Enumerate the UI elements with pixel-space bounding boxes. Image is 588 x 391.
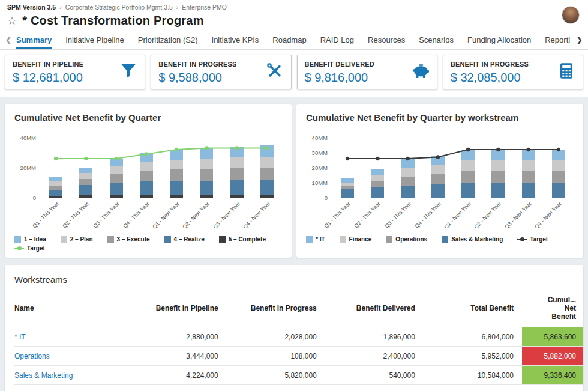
bar[interactable] <box>552 150 565 198</box>
legend-swatch-icon <box>306 236 313 243</box>
bar[interactable] <box>49 177 62 198</box>
bar-segment <box>140 153 153 162</box>
tab-scroll-right-icon[interactable]: ❯ <box>572 36 583 44</box>
y-tick-label: 20MM <box>312 165 328 171</box>
bar[interactable] <box>461 150 475 198</box>
y-tick-label: 0 <box>33 195 36 201</box>
kpi-card: BENEFIT IN PIPELINE$ 12,681,000 <box>5 55 145 89</box>
legend-label: Target <box>530 236 548 243</box>
legend-swatch-icon <box>442 236 448 243</box>
bar[interactable] <box>341 178 354 198</box>
breadcrumb-item[interactable]: Enterprise PMO <box>182 4 227 11</box>
workstream-link[interactable]: Sales & Marketing <box>14 366 128 385</box>
workstream-link[interactable]: * IT <box>14 327 128 347</box>
bar[interactable] <box>371 169 384 198</box>
bar-segment <box>522 150 535 160</box>
bar[interactable] <box>230 147 244 198</box>
tab-scroll-left-icon[interactable]: ❮ <box>5 36 12 44</box>
column-header: Benefit in Pipeline <box>128 292 227 327</box>
cell-value: 6,804,000 <box>424 327 522 347</box>
bar-segment <box>401 168 415 177</box>
legend-item: 3 – Execute <box>107 236 150 243</box>
workstreams-table: NameBenefit in PipelineBenefit in Progre… <box>14 292 583 385</box>
y-tick-label: 30MM <box>312 150 328 156</box>
target-line-icon <box>517 239 527 240</box>
tab-initiative-pipeline[interactable]: Initiative Pipeline <box>65 32 125 49</box>
tab-roadmap[interactable]: Roadmap <box>272 32 307 49</box>
favorite-star-icon[interactable]: ☆ <box>7 16 17 26</box>
bar[interactable] <box>140 153 153 198</box>
y-tick-label: 20MM <box>20 165 36 171</box>
cell-value: 3,444,000 <box>128 347 227 366</box>
bar[interactable] <box>401 159 415 198</box>
x-axis: Q1 - This YearQ2 - This YearQ3 - This Ye… <box>41 198 282 232</box>
y-tick-label: 40MM <box>312 135 328 141</box>
cell-value: 10,584,000 <box>424 366 522 385</box>
workstream-link[interactable]: Operations <box>14 347 128 366</box>
piggy-bank-icon <box>412 62 430 80</box>
tab-summary[interactable]: Summary <box>16 32 52 49</box>
page-title: * Cost Transformation Program <box>22 14 204 28</box>
bar-segment <box>260 157 274 168</box>
tab-resources[interactable]: Resources <box>367 32 406 49</box>
bar-segment <box>461 150 475 160</box>
kpi-card: BENEFIT IN PROGRESS$ 9,588,000 <box>151 55 291 89</box>
bar-segment <box>401 186 415 198</box>
filter-icon <box>119 62 137 80</box>
breadcrumb-item[interactable]: SPM Version 3.5 <box>7 4 56 11</box>
user-avatar[interactable] <box>562 6 580 24</box>
y-tick-label: 10MM <box>312 180 328 186</box>
bar-segment <box>371 175 384 181</box>
bar-segment <box>491 160 505 171</box>
breadcrumb: SPM Version 3.5›Corporate Strategic Port… <box>0 0 588 11</box>
bar[interactable] <box>79 168 92 198</box>
legend-label: Finance <box>349 236 372 243</box>
kpi-label: BENEFIT IN PIPELINE <box>13 61 137 68</box>
bar[interactable] <box>200 148 213 198</box>
breadcrumb-item[interactable]: Corporate Strategic Portfolio Mgmt 3.5 <box>65 4 173 11</box>
bar-segment <box>491 171 505 183</box>
legend-label: Sales & Marketing <box>451 236 503 243</box>
legend-swatch-icon <box>14 236 21 243</box>
legend-item-target: Target <box>517 236 548 243</box>
bar-segment <box>170 181 183 195</box>
bar[interactable] <box>110 159 123 198</box>
table-row: Operations3,444,000108,0002,400,0005,952… <box>14 347 583 366</box>
y-tick-label: 40MM <box>20 135 36 141</box>
bar-segment <box>260 145 274 157</box>
bar-segment <box>230 168 244 180</box>
tab-scenarios[interactable]: Scenarios <box>418 32 454 49</box>
tab-initiative-kpis[interactable]: Initiative KPIs <box>211 32 260 49</box>
kpi-label: BENEFIT DELIVERED <box>305 61 430 68</box>
tab-funding-allocation[interactable]: Funding Allocation <box>467 32 532 49</box>
tab-bar-items: SummaryInitiative PipelinePrioritization… <box>16 32 572 49</box>
legend-swatch-icon <box>386 236 392 243</box>
tab-prioritization-s2[interactable]: Prioritization (S2) <box>137 32 199 49</box>
legend-swatch-icon <box>219 236 226 243</box>
plot-area <box>332 138 574 198</box>
chart-cumulative-net-benefit-by-quarter: Cumulative Net Benefit by Quarter 020MM4… <box>5 104 292 258</box>
legend-item: 4 – Realize <box>164 236 205 243</box>
bar-segment <box>230 147 244 157</box>
table-row: Sales & Marketing4,224,0005,820,000540,0… <box>14 366 583 385</box>
tab-raid-log[interactable]: RAID Log <box>320 32 355 49</box>
gridline <box>332 153 574 153</box>
header-area: SPM Version 3.5›Corporate Strategic Port… <box>0 0 588 97</box>
gridline <box>332 168 574 168</box>
bar-segment <box>341 189 354 198</box>
bar[interactable] <box>522 150 535 198</box>
cell-value: 5,952,000 <box>424 347 522 366</box>
bar[interactable] <box>260 145 274 198</box>
bar[interactable] <box>170 150 183 198</box>
net-benefit-cell: 5,863,600 <box>522 327 583 347</box>
chart-cumulative-net-benefit-by-workstream: Cumulative Net Benefit by Quarter by wor… <box>296 104 583 258</box>
y-tick-label: 0 <box>325 195 328 201</box>
bar-segment <box>200 159 213 169</box>
legend-item: Finance <box>340 236 372 243</box>
bar[interactable] <box>431 156 445 198</box>
kpi-label: BENEFIT IN PROGRESS <box>451 61 575 68</box>
tab-reporti[interactable]: Reporti <box>544 32 571 49</box>
bar[interactable] <box>491 150 505 198</box>
bar-segment <box>170 160 183 169</box>
bar-segment <box>431 184 445 198</box>
